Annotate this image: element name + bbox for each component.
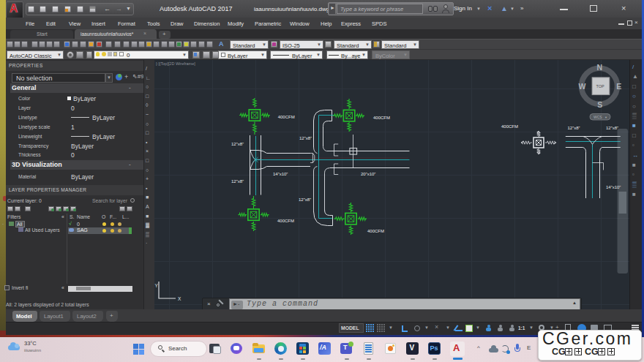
svg-text:12”x8”: 12”x8”	[299, 197, 311, 202]
svg-text:400CFM: 400CFM	[373, 116, 390, 120]
svg-text:N: N	[597, 63, 603, 72]
svg-text:400CFM: 400CFM	[278, 115, 295, 119]
svg-text:Y: Y	[155, 283, 159, 288]
svg-text:400CFM: 400CFM	[367, 229, 384, 233]
svg-text:14”x10”: 14”x10”	[273, 172, 288, 176]
svg-text:X: X	[178, 296, 181, 301]
svg-text:12”x8”: 12”x8”	[568, 126, 580, 130]
svg-text:S: S	[597, 100, 602, 109]
svg-text:12”x8”: 12”x8”	[299, 136, 312, 140]
svg-text:▼: ▼	[604, 116, 607, 119]
svg-text:12”x8”: 12”x8”	[606, 126, 618, 130]
svg-text:20”x10”: 20”x10”	[361, 172, 375, 176]
svg-text:12”x8”: 12”x8”	[231, 142, 244, 146]
svg-text:400CFM: 400CFM	[501, 124, 518, 129]
svg-text:W: W	[579, 82, 586, 91]
svg-text:E: E	[616, 82, 621, 91]
svg-text:12”x8”: 12”x8”	[231, 179, 244, 184]
svg-text:400CFM: 400CFM	[277, 219, 294, 223]
svg-text:WCS: WCS	[594, 115, 602, 119]
svg-text:TOP: TOP	[596, 84, 605, 88]
